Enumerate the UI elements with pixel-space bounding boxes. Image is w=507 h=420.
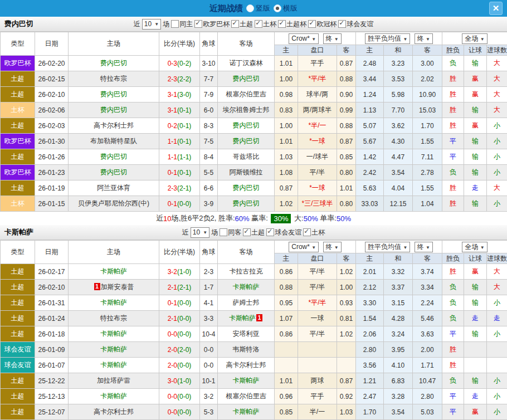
chevron-down-icon: ▼ — [203, 230, 207, 235]
close-button[interactable]: ✕ — [489, 2, 503, 15]
layout-option-vertical[interactable]: 竖版 — [246, 3, 270, 13]
league-filter-1-checkbox[interactable] — [231, 20, 239, 28]
result-wdl: 平 — [442, 149, 464, 165]
recent-count-select[interactable]: 10▼ — [142, 19, 161, 30]
mean-home: 1.54 — [356, 311, 384, 326]
result-wdl: 负 — [442, 165, 464, 180]
league-filter-0[interactable]: 欧罗巴杯 — [194, 19, 230, 29]
league-badge: 土超 — [1, 373, 35, 389]
home-team-label: 卡斯帕萨 — [100, 361, 127, 369]
odds-home: 1.01 — [275, 134, 298, 149]
league-filter-5-checkbox[interactable] — [338, 20, 346, 28]
fulltime-score: 2-0 — [168, 346, 177, 354]
summary-segment: 单率: — [318, 213, 337, 223]
mean-stage-select[interactable]: 终 ▼ — [415, 242, 433, 252]
match-date: 26-01-09 — [35, 342, 69, 358]
result-goals: 小 — [487, 389, 507, 404]
subcol-odds-away: 客 — [337, 253, 356, 264]
odds-stage-select[interactable]: 终 ▼ — [323, 242, 342, 252]
subcol-handicap: 盘口 — [298, 45, 337, 56]
recent-count-select[interactable]: 10▼ — [191, 227, 209, 238]
close-icon: ✕ — [493, 3, 500, 13]
home-team-label: 卡斯帕萨 — [100, 392, 127, 400]
away-team: 哥兹塔比 — [218, 149, 275, 165]
away-team: 卡斯帕萨 — [218, 404, 275, 420]
col-header-type: 类型 — [1, 32, 35, 56]
mean-away: 10.90 — [413, 87, 442, 102]
league-filter-2[interactable]: 土杯 — [303, 228, 325, 237]
league-badge: 土超 — [1, 264, 35, 280]
league-filter-0-checkbox[interactable] — [243, 228, 251, 236]
result-handicap: 走 — [464, 180, 487, 196]
mean-stage-select[interactable]: 终 ▼ — [415, 33, 433, 44]
fulltime-select[interactable]: 全场 ▼ — [462, 33, 487, 44]
bookmaker-select[interactable]: Crow* ▼ — [289, 33, 319, 44]
match-score: 1-1(1-1) — [159, 149, 200, 165]
odds-home: 0.95 — [275, 295, 298, 311]
same-venue-filter[interactable]: 同客 — [220, 228, 241, 237]
same-venue-filter[interactable]: 同主 — [171, 19, 193, 29]
bookmaker-select[interactable]: Crow* ▼ — [289, 242, 319, 252]
league-filter-0-checkbox[interactable] — [194, 20, 202, 28]
league-filter-1[interactable]: 土超 — [231, 19, 253, 29]
home-team-label: 费内巴切 — [100, 90, 127, 98]
match-score: 3-0(1-0) — [159, 373, 200, 389]
mean-home: 2.80 — [356, 342, 384, 358]
mean-select[interactable]: 胜平负均值 ▼ — [365, 33, 410, 44]
mean-select[interactable]: 胜平负均值 ▼ — [365, 242, 410, 252]
summary-segment: 50% — [304, 214, 318, 223]
league-filter-1[interactable]: 球会友谊 — [266, 228, 301, 237]
mean-away: 2.80 — [413, 389, 442, 404]
league-filter-2-checkbox[interactable] — [255, 20, 262, 28]
corner-count: 6-6 — [200, 180, 218, 196]
subcol-mean-away: 客 — [413, 45, 442, 56]
same-venue-filter-checkbox[interactable] — [220, 228, 227, 236]
radio-icon-vertical[interactable] — [246, 4, 254, 12]
same-venue-filter-checkbox[interactable] — [171, 20, 179, 28]
league-badge: 土杯 — [1, 196, 35, 212]
corner-count: 2-3 — [200, 264, 218, 280]
mean-away: 1.71 — [413, 358, 442, 373]
away-team-label: 卡斯帕萨 — [233, 283, 260, 291]
result-handicap: 输 — [464, 56, 487, 71]
league-filter-1-checkbox[interactable] — [266, 228, 274, 236]
result-handicap: 输 — [464, 149, 487, 165]
home-team: 贝伊奥卢耶尼恰尔西(中) — [69, 196, 159, 212]
mean-draw: 3.54 — [384, 404, 413, 420]
radio-icon-horizontal[interactable] — [274, 4, 281, 12]
mean-away: 7.11 — [413, 149, 442, 165]
table-row: 球会友谊26-01-09卡斯帕萨2-0(2-0)0-0韦斯特洛2.803.952… — [1, 342, 507, 358]
odds-home: 0.96 — [275, 389, 298, 404]
odds-dropdown-group: Crow* ▼ 终 ▼ — [275, 241, 356, 253]
league-filter-1-label: 球会友谊 — [275, 228, 301, 237]
mean-draw: 3.28 — [384, 389, 413, 404]
match-date: 26-01-15 — [35, 196, 69, 212]
layout-option-horizontal[interactable]: 横版 — [274, 3, 298, 13]
subcol-odds-home: 主 — [275, 45, 298, 56]
league-filter-3-checkbox[interactable] — [278, 20, 286, 28]
league-filter-2[interactable]: 土杯 — [255, 19, 276, 29]
fulltime-select[interactable]: 全场 ▼ — [462, 242, 487, 252]
odds-away: 0.80 — [337, 165, 356, 180]
summary-segment: 近 — [156, 213, 163, 223]
away-team-filter-group: 近10▼场同客土超球会友谊土杯 — [182, 227, 325, 238]
subcol-let: 让球 — [464, 253, 487, 264]
league-filter-5[interactable]: 球会友谊 — [338, 19, 373, 29]
odds-home: 0.88 — [275, 280, 298, 295]
subcol-handicap: 盘口 — [298, 253, 337, 264]
odds-away: 1.02 — [337, 326, 356, 342]
chevron-down-icon: ▼ — [403, 245, 407, 250]
league-filter-2-checkbox[interactable] — [303, 228, 311, 236]
table-row: 土超26-01-31卡斯帕萨0-1(0-0)4-1萨姆士邦0.95*平/半0.9… — [1, 295, 507, 311]
league-filter-3[interactable]: 土超杯 — [278, 19, 306, 29]
league-filter-4-checkbox[interactable] — [308, 20, 316, 28]
mean-home: 3.44 — [356, 71, 384, 87]
odds-away: 0.85 — [337, 149, 356, 165]
result-goals — [487, 342, 507, 358]
home-team-label: 加斯安泰普 — [101, 283, 134, 291]
corner-count: 5-3 — [200, 404, 218, 420]
away-team: 卡拉古拉克 — [218, 264, 275, 280]
league-filter-0[interactable]: 土超 — [243, 228, 265, 237]
odds-stage-select[interactable]: 终 ▼ — [323, 33, 342, 44]
league-filter-4[interactable]: 欧冠杯 — [308, 19, 337, 29]
